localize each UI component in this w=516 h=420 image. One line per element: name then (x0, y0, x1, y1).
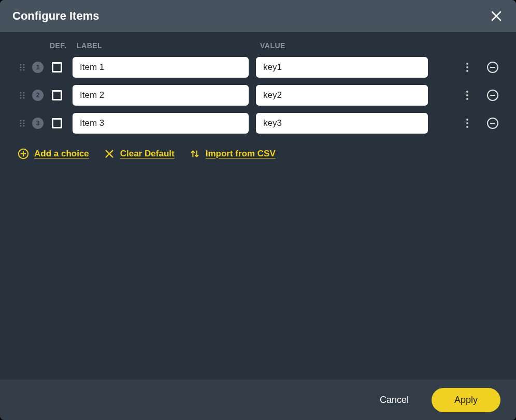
item-row: 3 (18, 113, 498, 134)
item-row: 2 (18, 85, 498, 106)
svg-point-24 (466, 119, 468, 121)
import-csv-button[interactable]: Import from CSV (189, 148, 276, 160)
svg-point-11 (20, 95, 22, 96)
remove-row-button[interactable] (487, 118, 498, 129)
drag-icon (19, 120, 26, 127)
drag-icon (19, 64, 26, 71)
svg-point-2 (20, 67, 22, 68)
svg-point-22 (20, 125, 22, 127)
row-index-badge: 2 (32, 90, 44, 101)
default-checkbox-wrap (52, 90, 62, 100)
drag-icon (19, 92, 26, 99)
svg-point-0 (20, 64, 22, 66)
drag-handle[interactable] (18, 63, 27, 72)
kebab-icon (466, 63, 468, 72)
x-icon (104, 148, 115, 160)
import-csv-label: Import from CSV (206, 149, 276, 159)
value-input[interactable] (256, 113, 428, 134)
default-checkbox[interactable] (52, 90, 62, 100)
close-icon (491, 11, 501, 21)
svg-point-12 (23, 95, 25, 96)
apply-button[interactable]: Apply (432, 388, 500, 412)
svg-point-13 (20, 97, 22, 99)
kebab-icon (466, 119, 468, 128)
dialog-title: Configure Items (12, 9, 99, 23)
column-header-value: VALUE (253, 41, 425, 50)
default-checkbox-wrap (52, 118, 62, 128)
row-menu-button[interactable] (462, 89, 472, 102)
default-checkbox[interactable] (52, 62, 62, 73)
svg-point-23 (23, 125, 25, 127)
row-actions (452, 117, 498, 129)
svg-point-18 (20, 120, 22, 122)
svg-point-14 (23, 97, 25, 99)
label-input[interactable] (73, 57, 249, 78)
dialog-footer: Cancel Apply (0, 380, 516, 420)
label-input[interactable] (73, 113, 249, 134)
close-button[interactable] (489, 9, 504, 23)
drag-handle[interactable] (18, 91, 27, 100)
default-checkbox[interactable] (52, 118, 62, 128)
clear-default-label: Clear Default (120, 149, 175, 159)
dialog-header: Configure Items (0, 0, 516, 32)
row-index-badge: 3 (32, 118, 44, 129)
default-checkbox-wrap (52, 62, 62, 73)
dialog-body: DEF. LABEL VALUE 1 (0, 32, 516, 380)
remove-row-button[interactable] (487, 62, 498, 73)
svg-point-17 (466, 98, 468, 100)
label-input[interactable] (73, 85, 249, 106)
cancel-button[interactable]: Cancel (372, 389, 416, 411)
row-actions (452, 89, 498, 102)
remove-row-button[interactable] (487, 90, 498, 101)
column-header-def: DEF. (50, 41, 76, 50)
svg-point-5 (23, 69, 25, 71)
svg-point-10 (23, 92, 25, 94)
kebab-icon (466, 91, 468, 100)
row-index-badge: 1 (32, 62, 44, 73)
column-headers: DEF. LABEL VALUE (18, 41, 498, 50)
svg-point-6 (466, 63, 468, 65)
row-menu-button[interactable] (462, 117, 472, 129)
add-choice-label: Add a choice (34, 149, 89, 159)
configure-items-dialog: Configure Items DEF. LABEL VALUE (0, 0, 516, 420)
svg-point-1 (23, 64, 25, 66)
row-menu-button[interactable] (462, 61, 472, 74)
svg-point-3 (23, 67, 25, 68)
value-input[interactable] (256, 57, 428, 78)
value-input[interactable] (256, 85, 428, 106)
item-row: 1 (18, 57, 498, 78)
svg-point-7 (466, 66, 468, 68)
items-list: 1 (18, 57, 498, 134)
svg-point-9 (20, 92, 22, 94)
drag-handle[interactable] (18, 119, 27, 128)
svg-point-8 (466, 70, 468, 72)
svg-point-19 (23, 120, 25, 122)
import-export-icon (189, 148, 200, 160)
add-choice-button[interactable]: Add a choice (18, 148, 89, 160)
clear-default-button[interactable]: Clear Default (104, 148, 175, 160)
svg-point-26 (466, 126, 468, 128)
svg-point-16 (466, 94, 468, 96)
svg-point-25 (466, 122, 468, 124)
column-header-label: LABEL (76, 41, 253, 50)
action-bar: Add a choice Clear Default Import from C… (18, 148, 498, 160)
svg-point-21 (23, 123, 25, 124)
svg-point-20 (20, 123, 22, 124)
svg-point-15 (466, 91, 468, 93)
svg-point-4 (20, 69, 22, 71)
plus-circle-icon (18, 148, 29, 160)
row-actions (452, 61, 498, 74)
